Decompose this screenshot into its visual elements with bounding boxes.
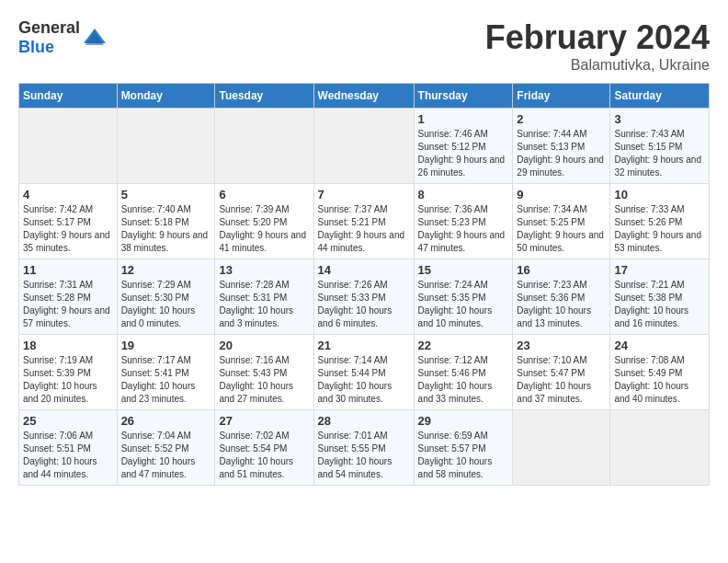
calendar-cell: 12Sunrise: 7:29 AMSunset: 5:30 PMDayligh… xyxy=(117,259,215,335)
day-number: 27 xyxy=(219,414,309,428)
day-number: 17 xyxy=(614,263,705,277)
day-number: 28 xyxy=(318,414,410,428)
calendar-week-1: 1Sunrise: 7:46 AMSunset: 5:12 PMDaylight… xyxy=(19,109,710,184)
calendar-cell: 26Sunrise: 7:04 AMSunset: 5:52 PMDayligh… xyxy=(117,410,215,486)
day-info: Sunrise: 7:21 AMSunset: 5:38 PMDaylight:… xyxy=(614,279,705,330)
calendar-week-4: 18Sunrise: 7:19 AMSunset: 5:39 PMDayligh… xyxy=(19,335,710,410)
col-thursday: Thursday xyxy=(414,84,513,109)
calendar-cell: 27Sunrise: 7:02 AMSunset: 5:54 PMDayligh… xyxy=(215,410,313,486)
header-row: Sunday Monday Tuesday Wednesday Thursday… xyxy=(19,84,710,109)
calendar-cell: 3Sunrise: 7:43 AMSunset: 5:15 PMDaylight… xyxy=(610,109,710,184)
calendar-cell: 10Sunrise: 7:33 AMSunset: 5:26 PMDayligh… xyxy=(610,184,710,259)
day-info: Sunrise: 7:28 AMSunset: 5:31 PMDaylight:… xyxy=(219,279,309,330)
day-number: 18 xyxy=(23,339,113,352)
day-info: Sunrise: 7:26 AMSunset: 5:33 PMDaylight:… xyxy=(318,279,410,330)
day-info: Sunrise: 7:02 AMSunset: 5:54 PMDaylight:… xyxy=(219,430,309,481)
day-number: 8 xyxy=(418,188,509,201)
day-info: Sunrise: 7:36 AMSunset: 5:23 PMDaylight:… xyxy=(418,203,509,255)
calendar-cell xyxy=(313,109,414,184)
day-number: 7 xyxy=(318,188,410,201)
calendar-cell: 15Sunrise: 7:24 AMSunset: 5:35 PMDayligh… xyxy=(414,259,513,335)
day-number: 10 xyxy=(614,188,705,201)
calendar-cell: 20Sunrise: 7:16 AMSunset: 5:43 PMDayligh… xyxy=(215,335,313,410)
day-info: Sunrise: 7:44 AMSunset: 5:13 PMDaylight:… xyxy=(517,128,606,179)
day-info: Sunrise: 7:29 AMSunset: 5:30 PMDaylight:… xyxy=(121,279,211,330)
calendar-cell: 28Sunrise: 7:01 AMSunset: 5:55 PMDayligh… xyxy=(313,410,414,486)
day-number: 1 xyxy=(418,112,509,126)
day-info: Sunrise: 7:12 AMSunset: 5:46 PMDaylight:… xyxy=(418,354,509,406)
logo-general: General xyxy=(18,18,80,37)
day-number: 12 xyxy=(121,263,211,277)
calendar-table: Sunday Monday Tuesday Wednesday Thursday… xyxy=(18,83,710,486)
calendar-week-5: 25Sunrise: 7:06 AMSunset: 5:51 PMDayligh… xyxy=(19,410,710,486)
calendar-cell xyxy=(215,109,313,184)
calendar-cell: 8Sunrise: 7:36 AMSunset: 5:23 PMDaylight… xyxy=(414,184,513,259)
calendar-week-3: 11Sunrise: 7:31 AMSunset: 5:28 PMDayligh… xyxy=(19,259,710,335)
day-info: Sunrise: 7:06 AMSunset: 5:51 PMDaylight:… xyxy=(23,430,113,481)
day-number: 2 xyxy=(517,112,606,126)
day-info: Sunrise: 7:34 AMSunset: 5:25 PMDaylight:… xyxy=(517,203,606,255)
day-number: 13 xyxy=(219,263,309,277)
calendar-cell: 9Sunrise: 7:34 AMSunset: 5:25 PMDaylight… xyxy=(513,184,610,259)
calendar-cell: 7Sunrise: 7:37 AMSunset: 5:21 PMDaylight… xyxy=(313,184,414,259)
col-sunday: Sunday xyxy=(19,84,118,109)
calendar-cell: 11Sunrise: 7:31 AMSunset: 5:28 PMDayligh… xyxy=(19,259,118,335)
col-saturday: Saturday xyxy=(610,84,710,109)
day-info: Sunrise: 7:40 AMSunset: 5:18 PMDaylight:… xyxy=(121,203,211,255)
col-wednesday: Wednesday xyxy=(313,84,414,109)
day-info: Sunrise: 6:59 AMSunset: 5:57 PMDaylight:… xyxy=(418,430,509,481)
calendar-cell: 21Sunrise: 7:14 AMSunset: 5:44 PMDayligh… xyxy=(313,335,414,410)
day-info: Sunrise: 7:42 AMSunset: 5:17 PMDaylight:… xyxy=(23,203,113,255)
calendar-cell xyxy=(117,109,215,184)
day-number: 24 xyxy=(614,339,705,352)
day-info: Sunrise: 7:17 AMSunset: 5:41 PMDaylight:… xyxy=(121,354,211,406)
page-header: General Blue February 2024 Balamutivka, … xyxy=(18,18,710,74)
col-friday: Friday xyxy=(513,84,610,109)
calendar-location: Balamutivka, Ukraine xyxy=(485,57,710,74)
day-number: 26 xyxy=(121,414,211,428)
calendar-cell: 1Sunrise: 7:46 AMSunset: 5:12 PMDaylight… xyxy=(414,109,513,184)
day-info: Sunrise: 7:37 AMSunset: 5:21 PMDaylight:… xyxy=(318,203,410,255)
calendar-cell: 2Sunrise: 7:44 AMSunset: 5:13 PMDaylight… xyxy=(513,109,610,184)
calendar-cell: 29Sunrise: 6:59 AMSunset: 5:57 PMDayligh… xyxy=(414,410,513,486)
day-info: Sunrise: 7:14 AMSunset: 5:44 PMDaylight:… xyxy=(318,354,410,406)
day-number: 9 xyxy=(517,188,606,201)
logo-icon xyxy=(82,25,108,51)
day-number: 4 xyxy=(23,188,113,201)
day-number: 21 xyxy=(318,339,410,352)
day-info: Sunrise: 7:01 AMSunset: 5:55 PMDaylight:… xyxy=(318,430,410,481)
calendar-cell: 6Sunrise: 7:39 AMSunset: 5:20 PMDaylight… xyxy=(215,184,313,259)
calendar-cell xyxy=(513,410,610,486)
calendar-cell: 22Sunrise: 7:12 AMSunset: 5:46 PMDayligh… xyxy=(414,335,513,410)
day-number: 14 xyxy=(318,263,410,277)
day-info: Sunrise: 7:16 AMSunset: 5:43 PMDaylight:… xyxy=(219,354,309,406)
calendar-cell: 5Sunrise: 7:40 AMSunset: 5:18 PMDaylight… xyxy=(117,184,215,259)
calendar-cell: 23Sunrise: 7:10 AMSunset: 5:47 PMDayligh… xyxy=(513,335,610,410)
logo: General Blue xyxy=(18,18,108,57)
day-number: 16 xyxy=(517,263,606,277)
day-number: 29 xyxy=(418,414,509,428)
day-number: 19 xyxy=(121,339,211,352)
calendar-cell: 16Sunrise: 7:23 AMSunset: 5:36 PMDayligh… xyxy=(513,259,610,335)
day-info: Sunrise: 7:10 AMSunset: 5:47 PMDaylight:… xyxy=(517,354,606,406)
calendar-title: February 2024 xyxy=(485,18,710,57)
logo-text: General Blue xyxy=(18,18,80,57)
calendar-cell: 18Sunrise: 7:19 AMSunset: 5:39 PMDayligh… xyxy=(19,335,118,410)
calendar-cell: 14Sunrise: 7:26 AMSunset: 5:33 PMDayligh… xyxy=(313,259,414,335)
col-tuesday: Tuesday xyxy=(215,84,313,109)
calendar-week-2: 4Sunrise: 7:42 AMSunset: 5:17 PMDaylight… xyxy=(19,184,710,259)
day-info: Sunrise: 7:39 AMSunset: 5:20 PMDaylight:… xyxy=(219,203,309,255)
calendar-cell: 24Sunrise: 7:08 AMSunset: 5:49 PMDayligh… xyxy=(610,335,710,410)
calendar-cell: 17Sunrise: 7:21 AMSunset: 5:38 PMDayligh… xyxy=(610,259,710,335)
day-number: 5 xyxy=(121,188,211,201)
calendar-cell: 4Sunrise: 7:42 AMSunset: 5:17 PMDaylight… xyxy=(19,184,118,259)
calendar-cell xyxy=(19,109,118,184)
day-number: 23 xyxy=(517,339,606,352)
col-monday: Monday xyxy=(117,84,215,109)
calendar-cell xyxy=(610,410,710,486)
day-info: Sunrise: 7:46 AMSunset: 5:12 PMDaylight:… xyxy=(418,128,509,179)
day-info: Sunrise: 7:33 AMSunset: 5:26 PMDaylight:… xyxy=(614,203,705,255)
day-info: Sunrise: 7:24 AMSunset: 5:35 PMDaylight:… xyxy=(418,279,509,330)
day-number: 15 xyxy=(418,263,509,277)
day-number: 22 xyxy=(418,339,509,352)
